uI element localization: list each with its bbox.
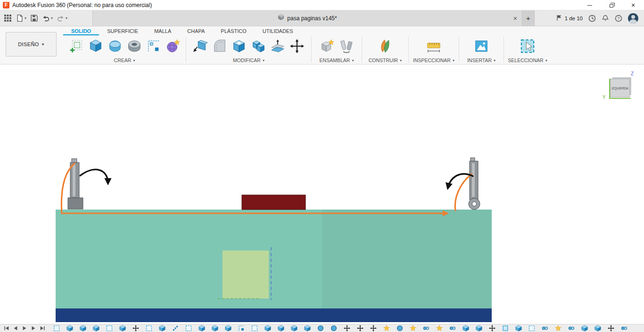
tab-malla[interactable]: MALLA (146, 26, 179, 35)
step-forward-button[interactable] (31, 325, 36, 331)
viewcube[interactable]: Z IZQUIERDA Y (606, 72, 636, 102)
timeline-feature-sketch2-icon[interactable] (238, 325, 245, 332)
timeline-feature-sketch-icon[interactable] (145, 325, 152, 332)
table-base-body[interactable] (56, 308, 492, 322)
timeline-feature-star-icon[interactable] (436, 325, 443, 332)
timeline-feature-star-icon[interactable] (554, 325, 561, 332)
timeline-feature-move-icon[interactable] (607, 325, 614, 332)
timeline-feature-move-icon[interactable] (343, 325, 350, 332)
shell-icon[interactable] (231, 38, 248, 55)
app-grid-button[interactable] (3, 13, 13, 23)
select-icon[interactable] (519, 38, 536, 55)
play-button[interactable] (22, 325, 27, 331)
version-badge[interactable]: 1 de 10 (555, 14, 583, 23)
undo-button[interactable]: ▾ (41, 13, 54, 23)
create-sketch-icon[interactable] (68, 38, 85, 55)
skip-to-start-button[interactable] (4, 325, 9, 331)
joint-icon[interactable] (338, 38, 355, 55)
timeline-feature-circle-icon[interactable] (396, 325, 403, 332)
timeline-feature-sketch-icon[interactable] (251, 325, 258, 332)
fillet-icon[interactable] (211, 38, 228, 55)
highlighted-face[interactable] (223, 251, 269, 299)
timeline-feature-circles-icon[interactable] (568, 325, 575, 332)
tab-superficie[interactable]: SUPERFICIE (99, 26, 146, 35)
timeline-feature-move-icon[interactable] (488, 325, 495, 332)
timeline-feature-sketch-icon[interactable] (528, 325, 535, 332)
skip-to-end-button[interactable] (40, 325, 45, 331)
combine-icon[interactable] (250, 38, 267, 55)
timeline-feature-body-icon[interactable] (92, 325, 99, 332)
book-body[interactable] (242, 195, 305, 210)
viewcube-face[interactable]: IZQUIERDA (610, 79, 630, 97)
group-label-construir[interactable]: CONSTRUIR▾ (369, 57, 402, 64)
timeline-feature-body-icon[interactable] (224, 325, 231, 332)
timeline-feature-body-icon[interactable] (304, 325, 311, 332)
timeline-feature-sketch-icon[interactable] (185, 325, 192, 332)
group-label-crear[interactable]: CREAR▾ (114, 57, 135, 64)
step-back-button[interactable] (13, 325, 18, 331)
tab-close-icon[interactable]: × (513, 15, 517, 22)
group-label-inspeccionar[interactable]: INSPECCIONAR▾ (413, 57, 454, 64)
timeline-feature-circle-icon[interactable] (330, 325, 337, 332)
new-tab-button[interactable]: + (522, 10, 535, 26)
tab-utilidades[interactable]: UTILIDADES (255, 26, 301, 35)
measure-icon[interactable] (425, 38, 442, 55)
redo-button[interactable]: ▾ (56, 13, 68, 23)
timeline-feature-circles-icon[interactable] (541, 325, 548, 332)
create-form-icon[interactable] (165, 38, 182, 55)
timeline-feature-move-icon[interactable] (132, 325, 139, 332)
extrude-icon[interactable] (87, 38, 104, 55)
timeline-feature-pattern-icon[interactable] (172, 325, 179, 332)
timeline-feature-sketch-icon[interactable] (53, 325, 60, 332)
file-menu-button[interactable]: ▾ (15, 13, 27, 23)
notifications-icon[interactable] (602, 15, 609, 22)
timeline-feature-circle-icon[interactable] (317, 325, 324, 332)
left-arm-body[interactable] (68, 159, 83, 209)
group-label-modificar[interactable]: MODIFICAR▾ (233, 57, 264, 64)
timeline-feature-body-icon[interactable] (462, 325, 469, 332)
timeline-feature-circles-icon[interactable] (422, 325, 429, 332)
timeline-feature-body-icon[interactable] (158, 325, 165, 332)
document-tab[interactable]: pasa paginas v145* × (92, 10, 522, 26)
timeline-feature-move-icon[interactable] (356, 325, 363, 332)
restore-button[interactable] (601, 0, 622, 10)
timeline-feature-circles-icon[interactable] (620, 325, 627, 332)
workspace-selector[interactable]: DISEÑO ▾ (6, 32, 57, 57)
offset-face-icon[interactable] (269, 38, 286, 55)
hole-icon[interactable] (126, 38, 143, 55)
timeline-feature-body-icon[interactable] (515, 325, 522, 332)
timeline-feature-body-icon[interactable] (581, 325, 588, 332)
viewport[interactable]: Z IZQUIERDA Y (0, 65, 644, 324)
timeline-feature-body-icon[interactable] (211, 325, 218, 332)
profile-avatar[interactable] (628, 13, 638, 24)
timeline-feature-body-icon[interactable] (277, 325, 284, 332)
tab-solido[interactable]: SOLIDO (63, 26, 99, 35)
revolve-icon[interactable] (107, 38, 124, 55)
tab-plastico[interactable]: PLÁSTICO (213, 26, 254, 35)
timeline-feature-move-icon[interactable] (370, 325, 377, 332)
job-status-icon[interactable] (588, 15, 596, 22)
timeline-feature-body-icon[interactable] (594, 325, 601, 332)
timeline-feature-sketch-icon[interactable] (106, 325, 113, 332)
construction-plane-icon[interactable] (377, 38, 394, 55)
tab-chapa[interactable]: CHAPA (179, 26, 213, 35)
insert-image-icon[interactable] (473, 38, 490, 55)
group-label-seleccionar[interactable]: SELECCIONAR▾ (508, 57, 547, 64)
help-icon[interactable]: ? (615, 15, 622, 22)
rectangular-pattern-icon[interactable] (145, 38, 162, 55)
timeline-feature-star-icon[interactable] (383, 325, 390, 332)
press-pull-icon[interactable] (192, 38, 209, 55)
group-label-ensamblar[interactable]: ENSAMBLAR▾ (320, 57, 354, 64)
timeline-feature-body-icon[interactable] (66, 325, 73, 332)
timeline-feature-body-icon[interactable] (198, 325, 205, 332)
save-button[interactable] (29, 13, 39, 23)
timeline-feature-circles-icon[interactable] (449, 325, 456, 332)
timeline-feature-body-icon[interactable] (475, 325, 482, 332)
move-icon[interactable] (289, 38, 305, 55)
new-component-icon[interactable] (319, 38, 336, 55)
timeline-feature-plane-icon[interactable] (502, 325, 509, 332)
timeline-feature-star-icon[interactable] (409, 325, 416, 332)
timeline-feature-body-icon[interactable] (79, 325, 86, 332)
right-arm-body[interactable] (469, 158, 480, 210)
timeline-feature-body-icon[interactable] (119, 325, 126, 332)
